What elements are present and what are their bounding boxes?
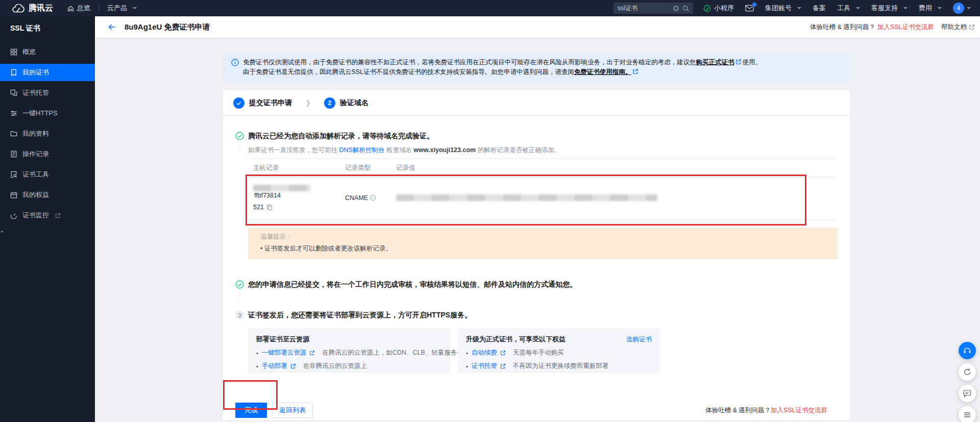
- sidebar-item-label: 证书监控: [22, 211, 49, 220]
- host-record-line2: 521: [253, 204, 264, 211]
- avatar[interactable]: 4: [953, 3, 964, 14]
- hamburger-menu-icon: [963, 410, 972, 419]
- account-menu[interactable]: 4: [953, 3, 971, 14]
- chat-doc-icon: [963, 389, 972, 398]
- notice-line-1: 免费证书仅供测试使用，由于免费证书的兼容性不如正式证书，若将免费证书应用在正式项…: [243, 58, 762, 67]
- nav-miniprogram[interactable]: 小程序: [703, 4, 734, 13]
- sidebar-item-my-benefits[interactable]: 我的权益: [0, 186, 95, 204]
- deploy-option: 手动部署 在非腾讯云的云资源上: [256, 362, 442, 370]
- help-doc-link[interactable]: 帮助文档: [941, 23, 967, 32]
- external-link-icon: [736, 59, 742, 65]
- nav-tools[interactable]: 工具: [837, 4, 860, 13]
- step-2-number: 2: [324, 97, 335, 109]
- menu-button[interactable]: [959, 406, 976, 422]
- nav-billing-label: 费用: [919, 4, 932, 13]
- main-content: 免费证书仅供测试使用，由于免费证书的兼容性不如正式证书，若将免费证书应用在正式项…: [95, 38, 980, 422]
- chevron-down-icon: [133, 7, 137, 9]
- certificate-icon: [10, 69, 17, 76]
- timeline-connector: [239, 291, 240, 299]
- one-click-deploy-link[interactable]: 一键部署云资源: [262, 349, 307, 357]
- done-button[interactable]: 完成: [235, 403, 267, 418]
- document-icon: [10, 151, 17, 158]
- back-button[interactable]: [107, 22, 116, 32]
- nav-group-account-label: 集团账号: [765, 4, 792, 13]
- warm-tip-box: 温馨提示： 证书签发后才可以删除或者更改该解析记录。: [248, 228, 838, 259]
- success-check-icon: [235, 280, 244, 289]
- overview-grid-icon: [10, 48, 17, 56]
- sidebar-collapse-handle[interactable]: ▸: [0, 225, 5, 238]
- dns-heading: 腾讯云已经为您自动添加解析记录，请等待域名完成验证。: [248, 131, 838, 141]
- nav-support[interactable]: 客服支持: [871, 4, 908, 13]
- nav-icp[interactable]: 备案: [813, 4, 826, 13]
- free-cert-guide-link[interactable]: 免费证书使用指南。: [574, 68, 632, 76]
- nav-billing[interactable]: 费用: [919, 4, 942, 13]
- col-record-type: 记录类型: [340, 159, 391, 178]
- external-link-icon: [290, 363, 296, 369]
- back-to-list-button[interactable]: 返回列表: [272, 403, 313, 418]
- sidebar-item-cert-hosting[interactable]: 证书托管: [0, 84, 95, 102]
- folder-icon: [10, 130, 17, 137]
- sidebar-item-cert-tools[interactable]: 证书工具: [0, 166, 95, 183]
- dns-subtext: 如果证书一直没签发，您可前往 DNS解析控制台 检查域名 www.xiyouji…: [248, 146, 838, 155]
- chevron-down-icon: [797, 7, 801, 9]
- chevron-down-icon: [903, 7, 908, 9]
- manual-deploy-link[interactable]: 手动部署: [262, 362, 287, 370]
- copy-icon[interactable]: [266, 204, 273, 210]
- join-ssl-group-link[interactable]: 加入SSL证书交流群: [877, 23, 934, 32]
- cert-hosting-link[interactable]: 证书托管: [472, 362, 497, 370]
- doc-chat-button[interactable]: [959, 385, 976, 402]
- info-icon: [231, 58, 239, 77]
- cloud-logo-icon: [12, 4, 24, 13]
- mail-icon-button[interactable]: [745, 5, 754, 12]
- step-chevron-icon: ❯: [305, 99, 311, 107]
- sidebar-item-label: 证书托管: [22, 88, 49, 97]
- external-link-icon: [969, 24, 975, 30]
- nav-products[interactable]: 云产品: [107, 4, 137, 13]
- application-card: 提交证书申请 ❯ 2 验证域名 腾讯云已经为您自动添加解析记录，请等待域名完成验…: [223, 90, 850, 420]
- search-input[interactable]: ssl证书: [618, 4, 670, 13]
- dns-console-link[interactable]: DNS解析控制台: [339, 146, 384, 154]
- brand-label: 腾讯云: [29, 3, 53, 14]
- feedback-button[interactable]: [959, 363, 976, 381]
- external-link-icon: [500, 350, 506, 356]
- customer-service-button[interactable]: [959, 342, 976, 359]
- record-type-info-icon[interactable]: [370, 194, 376, 201]
- search-icon[interactable]: [682, 5, 689, 12]
- sidebar-item-one-click-https[interactable]: 一键HTTPS: [0, 105, 95, 122]
- buy-formal-cert-link[interactable]: 购买正式证书: [696, 59, 734, 66]
- submitted-heading: 您的申请信息已经提交，将在一个工作日内完成审核，审核结果将以短信、邮件及站内信的…: [248, 280, 838, 289]
- table-row: ffbf73814 521: [248, 178, 838, 220]
- search-box[interactable]: ssl证书: [614, 3, 693, 14]
- upgrade-benefit: 证书托管 不再因为证书更换续费而重新部署: [466, 362, 652, 370]
- col-record-value: 记录值: [391, 159, 838, 178]
- tencent-cloud-logo[interactable]: 腾讯云: [12, 3, 53, 14]
- nav-overview[interactable]: 总览: [67, 4, 90, 13]
- free-cert-notice-banner: 免费证书仅供测试使用，由于免费证书的兼容性不如正式证书，若将免费证书应用在正式项…: [223, 53, 850, 82]
- step-indicator: 提交证书申请 ❯ 2 验证域名: [223, 90, 850, 116]
- footer-actions: 完成 返回列表 体验吐槽 & 遇到问题？加入SSL证书交流群: [235, 403, 838, 418]
- deploy-section: 3 证书签发后，您还需要将证书部署到云资源上，方可开启HTTPS服务。 部署证书…: [235, 310, 838, 373]
- nav-group-account[interactable]: 集团账号: [765, 4, 801, 13]
- external-link-icon: [55, 213, 61, 218]
- sidebar-item-overview[interactable]: 概览: [0, 43, 95, 61]
- nav-products-label: 云产品: [107, 4, 127, 13]
- step-1-done-icon: [233, 97, 244, 109]
- join-ssl-group-link[interactable]: 加入SSL证书交流群: [771, 407, 827, 414]
- monitor-gauge-icon: [10, 212, 17, 219]
- feedback-prefix: 体验吐槽 & 遇到问题？: [810, 23, 875, 32]
- nav-icp-label: 备案: [813, 4, 826, 13]
- sidebar-item-operation-log[interactable]: 操作记录: [0, 145, 95, 163]
- sidebar-item-label: 我的证书: [22, 68, 49, 77]
- buy-cert-link[interactable]: 选购证书: [626, 335, 652, 344]
- dns-verify-section: 腾讯云已经为您自动添加解析记录，请等待域名完成验证。 如果证书一直没签发，您可前…: [235, 131, 838, 259]
- domain-name: www.xiyouji123.com: [413, 146, 476, 154]
- sidebar-item-cert-monitor[interactable]: 证书监控: [0, 207, 95, 224]
- clear-search-icon[interactable]: [673, 5, 679, 12]
- sidebar-item-my-profile[interactable]: 我的资料: [0, 125, 95, 142]
- external-link-icon: [500, 363, 506, 369]
- auto-renew-link[interactable]: 自动续费: [472, 349, 497, 357]
- sidebar-item-my-certificates[interactable]: 我的证书: [0, 64, 95, 81]
- refresh-arrows-icon: [963, 367, 972, 377]
- success-check-icon: [235, 132, 244, 140]
- host-record-suffix: ffbf73814: [254, 192, 281, 199]
